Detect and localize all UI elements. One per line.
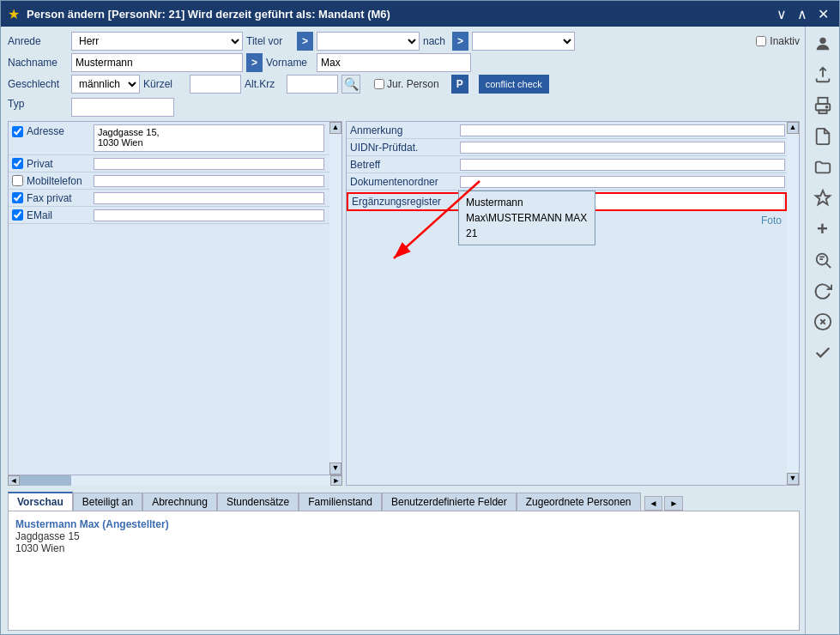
check-sidebar-icon[interactable]	[810, 341, 836, 365]
left-list-hscrollbar[interactable]: ◄ ►	[8, 475, 342, 486]
pin-sidebar-icon[interactable]	[810, 186, 836, 210]
upload-sidebar-icon[interactable]	[810, 63, 836, 87]
uid-label: UIDNr-Prüfdat.	[347, 142, 458, 154]
window-title: Person ändern [PersonNr: 21] Wird derzei…	[27, 8, 773, 21]
fax-privat-input[interactable]	[94, 192, 324, 204]
fax-privat-checkbox[interactable]	[12, 192, 23, 203]
tab-zugeordnete-personen[interactable]: Zugeordnete Personen	[517, 493, 641, 511]
nachname-label: Nachname	[8, 57, 68, 69]
main-window: ★ Person ändern [PersonNr: 21] Wird derz…	[0, 0, 840, 635]
svg-rect-5	[819, 111, 826, 114]
jur-person-label: Jur. Person	[374, 78, 439, 90]
tabs-area: Vorschau Beteiligt an Abrechnung Stunden…	[8, 492, 800, 631]
fax-privat-label: Fax privat	[23, 192, 92, 204]
mobiltelefon-checkbox[interactable]	[12, 175, 23, 186]
ergaenzungsregister-label: Ergänzungsregister	[348, 196, 460, 208]
anmerkung-input[interactable]	[460, 124, 785, 136]
p-button[interactable]: P	[451, 75, 468, 94]
preview-line1: Mustermann Max (Angestellter)	[15, 518, 792, 530]
right-panel-scrollbar[interactable]: ▲ ▼	[787, 122, 799, 485]
dokumentenordner-label: Dokumentenordner	[347, 176, 458, 188]
right-sidebar: +	[805, 27, 839, 634]
svg-rect-3	[818, 98, 827, 104]
preview-line2: Jagdgasse 15	[15, 530, 792, 542]
geschlecht-row: Geschlecht männlich Kürzel Alt.Krz 🔍 Jur…	[8, 75, 800, 94]
typ-label: Typ	[8, 98, 68, 110]
altkrz-input[interactable]	[287, 75, 338, 94]
titel-vor-label: Titel vor	[246, 35, 293, 47]
anrede-dropdown[interactable]: Herr	[71, 32, 243, 51]
privat-label: Privat	[23, 158, 92, 170]
privat-input[interactable]	[94, 158, 324, 170]
maximize-button[interactable]: ∧	[794, 6, 811, 22]
nachname-input[interactable]	[71, 53, 243, 72]
tabs-prev-btn[interactable]: ◄	[644, 496, 663, 511]
svg-point-2	[819, 38, 825, 44]
anmerkung-label: Anmerkung	[347, 124, 458, 136]
email-checkbox[interactable]	[12, 209, 23, 221]
document-sidebar-icon[interactable]	[810, 124, 836, 148]
tab-stundensaetze[interactable]: Stundensätze	[217, 493, 299, 511]
star-icon: ★	[8, 6, 20, 22]
email-input[interactable]	[94, 209, 324, 221]
svg-point-6	[825, 106, 827, 108]
kuerzel-label: Kürzel	[143, 78, 186, 90]
dokumentenordner-input[interactable]	[460, 176, 785, 188]
betreff-input[interactable]	[460, 159, 785, 171]
email-label: EMail	[23, 209, 92, 221]
nach-dropdown[interactable]	[472, 32, 575, 51]
inaktiv-checkbox[interactable]	[756, 36, 766, 46]
jur-person-checkbox[interactable]	[374, 79, 384, 89]
person-sidebar-icon[interactable]	[810, 32, 836, 56]
vorname-input[interactable]	[317, 53, 471, 72]
tab-abrechnung[interactable]: Abrechnung	[142, 493, 217, 511]
inaktiv-label: Inaktiv	[756, 35, 800, 47]
tab-familienstand[interactable]: Familienstand	[299, 493, 382, 511]
uid-input[interactable]	[460, 142, 785, 154]
kuerzel-input[interactable]	[190, 75, 241, 94]
refresh-sidebar-icon[interactable]	[810, 279, 836, 303]
geschlecht-dropdown[interactable]: männlich	[71, 75, 140, 94]
altkrz-label: Alt.Krz	[245, 78, 283, 90]
tab-vorschau[interactable]: Vorschau	[8, 492, 73, 511]
left-list-scrollbar[interactable]: ▲ ▼	[329, 122, 341, 475]
nach-btn[interactable]: >	[452, 32, 468, 51]
geschlecht-label: Geschlecht	[8, 78, 68, 90]
vorname-label: Vorname	[266, 57, 313, 69]
print-sidebar-icon[interactable]	[810, 94, 836, 118]
betreff-label: Betreff	[347, 159, 458, 171]
close-button[interactable]: ✕	[814, 6, 832, 22]
typ-row: Typ	[8, 98, 800, 117]
titel-vor-dropdown[interactable]	[317, 32, 420, 51]
minimize-button[interactable]: ∨	[773, 6, 790, 22]
altkrz-search-btn[interactable]: 🔍	[341, 75, 360, 94]
tabs-next-btn[interactable]: ►	[664, 496, 683, 511]
conflict-check-button[interactable]: conflict check	[479, 75, 549, 94]
preview-line3: 1030 Wien	[15, 542, 792, 554]
nach-label: nach	[423, 35, 449, 47]
tab-beteiligt-an[interactable]: Beteiligt an	[73, 493, 142, 511]
tab-benutzerdefinierte-felder[interactable]: Benutzerdefinierte Felder	[382, 493, 517, 511]
tabs-content: Mustermann Max (Angestellter) Jagdgasse …	[8, 511, 800, 631]
mobiltelefon-input[interactable]	[94, 175, 324, 187]
nachname-row: Nachname > Vorname	[8, 53, 800, 72]
typ-input[interactable]	[71, 98, 174, 117]
dokumentenordner-popup: MustermannMax\MUSTERMANN MAX21	[458, 190, 595, 245]
nachname-arrow-btn[interactable]: >	[246, 53, 263, 72]
search-doc-sidebar-icon[interactable]	[810, 248, 836, 272]
svg-line-8	[825, 263, 831, 269]
title-bar: ★ Person ändern [PersonNr: 21] Wird derz…	[1, 1, 839, 27]
close-sidebar-icon[interactable]	[810, 310, 836, 334]
adresse-label: Adresse	[23, 124, 92, 137]
adresse-checkbox[interactable]	[12, 126, 23, 137]
mobiltelefon-label: Mobiltelefon	[23, 175, 92, 187]
adresse-value: Jagdgasse 15,1030 Wien	[94, 124, 324, 152]
add-sidebar-icon[interactable]: +	[810, 217, 836, 241]
titel-vor-btn[interactable]: >	[297, 32, 313, 51]
anrede-label: Anrede	[8, 35, 68, 47]
anrede-row: Anrede Herr Titel vor > nach > Inaktiv	[8, 32, 800, 51]
privat-checkbox[interactable]	[12, 158, 23, 169]
folder-sidebar-icon[interactable]	[810, 155, 836, 179]
foto-label: Foto	[761, 215, 782, 227]
